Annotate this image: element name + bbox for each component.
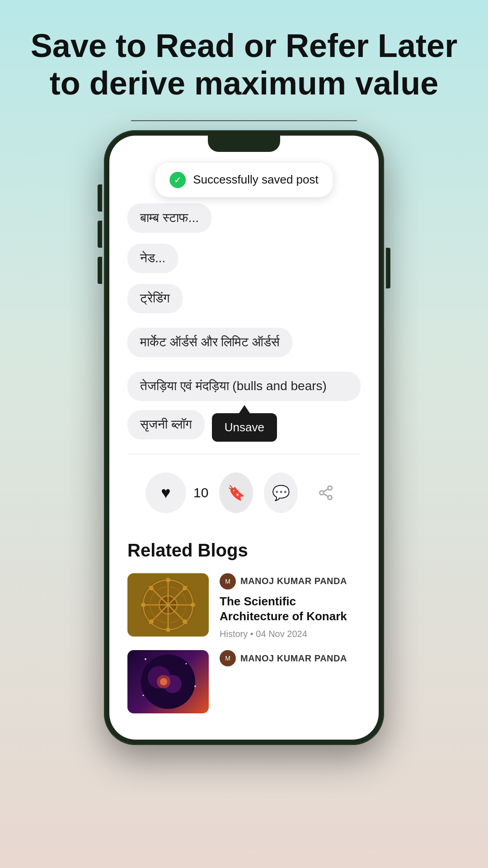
action-bar: ♥ 10 🔖 💬 [127,463,361,522]
blog-author-row-0: M MANOJ KUMAR PANDA [220,573,361,590]
svg-point-15 [141,603,145,607]
tag-item[interactable]: मार्केट ऑर्डर्स और लिमिट ऑर्डर्स [127,328,292,357]
tag-item[interactable]: बाम्ब स्टाफ... [127,203,211,233]
svg-point-18 [183,619,187,624]
blog-title-0: The Scientific Architecture of Konark [220,594,361,625]
svg-point-13 [166,578,170,582]
like-count: 10 [193,485,208,500]
tag-row-2: ट्रेडिंग [127,284,361,319]
blog-meta-0: History • 04 Nov 2024 [220,629,361,639]
bookmark-icon: 🔖 [227,484,245,501]
page-title: Save to Read or Refer Later to derive ma… [0,27,488,102]
title-divider [131,120,357,121]
svg-line-4 [323,489,328,491]
svg-point-27 [143,695,144,696]
svg-point-24 [145,658,146,660]
screen-content: बाम्ब स्टाफ... नेड... ट्रेडिंग मार्केट ऑ… [109,136,379,740]
tag-row-1: नेड... [127,244,361,275]
toast-success-icon: ✓ [169,172,186,188]
comment-button[interactable]: 💬 [264,472,298,513]
author-name-0: MANOJ KUMAR PANDA [240,576,347,586]
blog-thumbnail-0 [127,573,209,637]
comment-icon: 💬 [272,484,290,501]
blog-thumbnail-1 [127,650,209,713]
blog-card-0[interactable]: M MANOJ KUMAR PANDA The Scientific Archi… [127,573,361,640]
konark-image [127,573,209,637]
share-button[interactable] [309,472,343,513]
svg-point-26 [194,685,196,687]
space-image [127,650,209,713]
phone-frame: ✓ Successfully saved post बाम्ब स्टाफ...… [104,130,384,745]
blog-info-0: M MANOJ KUMAR PANDA The Scientific Archi… [220,573,361,640]
toast-text: Successfully saved post [193,173,318,187]
author-avatar-1: M [220,650,236,666]
tag-row-0: बाम्ब स्टाफ... [127,203,361,235]
phone-screen: ✓ Successfully saved post बाम्ब स्टाफ...… [109,136,379,740]
related-blogs-title: Related Blogs [127,540,361,561]
blog-author-row-1: M MANOJ KUMAR PANDA [220,650,361,666]
author-avatar-0: M [220,573,236,590]
tag-item[interactable]: तेजड़िया एवं मंदड़िया (bulls and bears) [127,372,361,401]
svg-point-19 [183,586,187,590]
heart-icon: ♥ [161,483,170,502]
like-button[interactable]: ♥ [145,472,186,513]
svg-point-14 [166,627,170,632]
like-group: ♥ 10 [145,472,208,513]
svg-line-3 [323,494,328,496]
tags-area: बाम्ब स्टाफ... नेड... ट्रेडिंग मार्केट ऑ… [109,154,379,522]
svg-point-20 [149,619,154,624]
svg-point-17 [149,586,154,590]
share-icon [318,485,334,501]
related-blogs-section: Related Blogs [109,522,379,734]
bookmark-button[interactable]: 🔖 [219,472,253,513]
unsave-tooltip[interactable]: Unsave [212,413,277,442]
tag-item[interactable]: नेड... [127,244,178,273]
blog-info-1: M MANOJ KUMAR PANDA [220,650,361,671]
svg-point-29 [160,678,167,685]
author-name-1: MANOJ KUMAR PANDA [240,653,347,664]
unsave-row: सृजनी ब्लॉग Unsave [127,410,361,445]
tag-row-3: मार्केट ऑर्डर्स और लिमिट ऑर्डर्स [127,328,361,363]
phone-notch [208,136,280,152]
content-divider [127,454,361,454]
svg-point-16 [191,603,195,607]
svg-point-25 [186,663,187,665]
tag-item[interactable]: ट्रेडिंग [127,284,183,313]
tag-row-4: तेजड़िया एवं मंदड़िया (bulls and bears) [127,372,361,401]
blog-card-1[interactable]: M MANOJ KUMAR PANDA [127,650,361,713]
toast-notification: ✓ Successfully saved post [155,163,333,197]
tag-item[interactable]: सृजनी ब्लॉग [127,410,205,439]
